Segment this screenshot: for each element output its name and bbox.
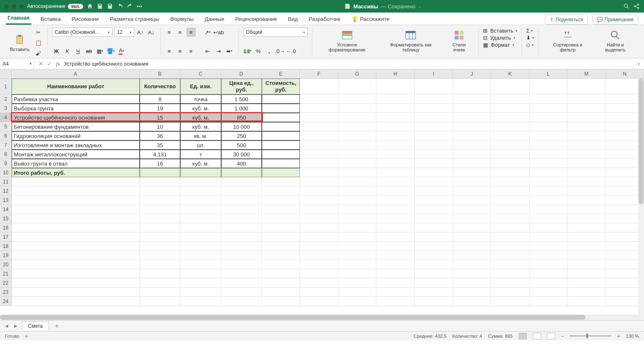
cell[interactable] <box>262 205 300 214</box>
cell[interactable] <box>567 214 606 223</box>
row-header[interactable]: 18 <box>0 242 11 251</box>
cell[interactable] <box>300 196 338 205</box>
cell[interactable]: Цена ед., руб. <box>221 79 262 94</box>
cell[interactable] <box>262 196 300 205</box>
cell[interactable] <box>140 269 180 278</box>
horizontal-scrollbar[interactable] <box>0 314 644 320</box>
cell[interactable] <box>338 150 376 159</box>
align-left-icon[interactable]: ≡ <box>165 46 174 56</box>
row-header[interactable]: 15 <box>0 214 11 223</box>
col-header[interactable]: L <box>529 69 567 78</box>
cell[interactable] <box>221 242 262 251</box>
col-header[interactable]: H <box>376 69 414 78</box>
cell[interactable] <box>376 140 414 150</box>
decrease-font-icon[interactable]: A↓ <box>147 28 156 37</box>
cell[interactable] <box>221 223 262 232</box>
cell[interactable] <box>491 223 529 232</box>
cell[interactable] <box>262 131 300 140</box>
row-header[interactable]: 8 <box>0 150 11 159</box>
cell[interactable]: 500 <box>221 140 262 150</box>
cell[interactable]: 36 <box>140 131 180 140</box>
cell[interactable] <box>140 223 180 232</box>
cell[interactable] <box>529 104 567 113</box>
cell[interactable] <box>180 251 221 260</box>
align-middle-icon[interactable]: ≡ <box>176 28 185 37</box>
cell[interactable] <box>300 297 338 306</box>
cell[interactable] <box>338 232 376 242</box>
cell[interactable] <box>376 79 414 94</box>
spreadsheet-grid[interactable]: ABCDEFGHIJKLMN 1234567891011121314151617… <box>0 69 644 314</box>
row-header[interactable]: 2 <box>0 94 11 104</box>
cell[interactable] <box>262 269 300 278</box>
cell[interactable]: Итого работы, руб. <box>12 168 140 177</box>
cell[interactable] <box>262 94 300 104</box>
cell[interactable] <box>300 150 338 159</box>
cell[interactable] <box>12 205 140 214</box>
fill-icon[interactable]: ⬇ ▾ <box>526 35 534 41</box>
cell[interactable] <box>300 205 338 214</box>
cell[interactable] <box>12 223 140 232</box>
bold-button[interactable]: Ж <box>52 46 61 56</box>
cell[interactable] <box>338 177 376 186</box>
cell[interactable] <box>180 214 221 223</box>
cell[interactable] <box>376 196 414 205</box>
cell[interactable] <box>529 150 567 159</box>
cell[interactable] <box>300 104 338 113</box>
cell[interactable] <box>12 269 140 278</box>
cell[interactable] <box>415 223 453 232</box>
cell[interactable]: 850 <box>221 113 262 122</box>
tab-insert[interactable]: Вставка <box>39 13 62 25</box>
cell[interactable] <box>12 288 140 297</box>
cell[interactable] <box>453 131 491 140</box>
cell[interactable] <box>180 260 221 269</box>
increase-font-icon[interactable]: A↑ <box>136 28 145 37</box>
cell[interactable] <box>262 251 300 260</box>
cell[interactable] <box>140 232 180 242</box>
cell[interactable] <box>529 113 567 122</box>
cell[interactable] <box>376 297 414 306</box>
cell[interactable] <box>262 223 300 232</box>
cell[interactable]: куб. м. <box>180 159 221 168</box>
cell[interactable]: Устройство щебёночного основания <box>12 113 140 122</box>
merge-icon[interactable]: ⬌▾ <box>225 46 234 56</box>
cell[interactable]: Бетонирование фундаментов <box>12 122 140 131</box>
cell[interactable] <box>567 150 606 159</box>
cell[interactable] <box>300 131 338 140</box>
cell[interactable]: 10 <box>140 122 180 131</box>
cell[interactable] <box>376 122 414 131</box>
cell[interactable] <box>140 196 180 205</box>
cell[interactable] <box>453 297 491 306</box>
cell[interactable] <box>376 214 414 223</box>
cell[interactable]: 4,131 <box>140 150 180 159</box>
cell[interactable] <box>453 177 491 186</box>
cell[interactable] <box>491 131 529 140</box>
cell[interactable] <box>140 288 180 297</box>
cell[interactable] <box>415 159 453 168</box>
cell[interactable] <box>300 140 338 150</box>
insert-cells-button[interactable]: ⊞Вставить▾ <box>483 28 517 34</box>
autosum-icon[interactable]: Σ ▾ <box>526 28 534 34</box>
comma-icon[interactable]: , <box>265 46 274 56</box>
cell[interactable] <box>262 168 300 177</box>
cell[interactable] <box>491 278 529 288</box>
cell[interactable] <box>180 168 221 177</box>
cell[interactable] <box>221 196 262 205</box>
cell[interactable]: 19 <box>140 104 180 113</box>
cell[interactable] <box>338 251 376 260</box>
cell[interactable] <box>415 122 453 131</box>
cell[interactable] <box>180 186 221 196</box>
cell[interactable] <box>567 131 606 140</box>
cell[interactable] <box>491 177 529 186</box>
cell[interactable] <box>338 223 376 232</box>
cell[interactable] <box>140 205 180 214</box>
cell[interactable] <box>338 168 376 177</box>
zoom-slider[interactable] <box>570 335 611 337</box>
format-cells-button[interactable]: ▦Формат▾ <box>483 42 517 48</box>
cell[interactable] <box>376 205 414 214</box>
cell[interactable] <box>415 94 453 104</box>
cell[interactable] <box>415 177 453 186</box>
cell[interactable] <box>567 186 606 196</box>
cell[interactable] <box>415 297 453 306</box>
tab-developer[interactable]: Разработчик <box>307 13 342 25</box>
cell[interactable] <box>415 242 453 251</box>
